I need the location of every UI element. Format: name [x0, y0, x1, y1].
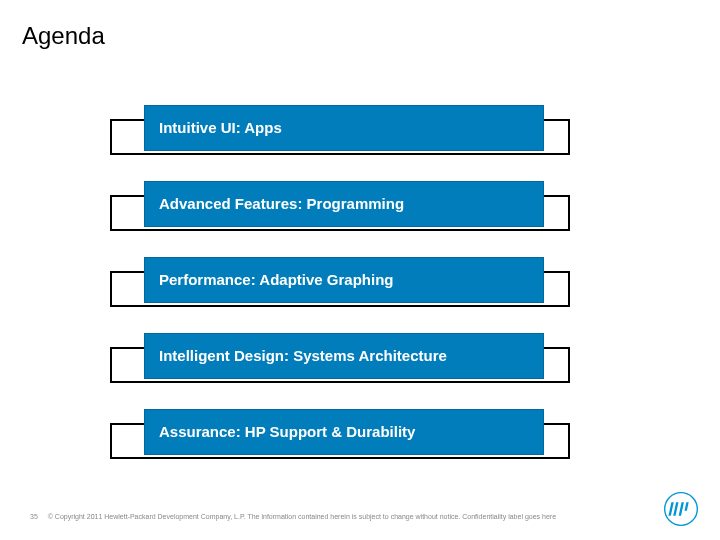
item-box: Performance: Adaptive Graphing	[144, 257, 544, 303]
hp-logo-icon	[664, 492, 698, 526]
page-title: Agenda	[22, 22, 105, 50]
slide: Agenda Intuitive UI: Apps Advanced Featu…	[0, 0, 720, 540]
page-number: 35	[30, 512, 38, 523]
copyright-text: © Copyright 2011 Hewlett-Packard Develop…	[48, 513, 556, 520]
list-item: Assurance: HP Support & Durability	[110, 409, 570, 465]
item-box: Intuitive UI: Apps	[144, 105, 544, 151]
item-label: Intuitive UI: Apps	[159, 119, 282, 136]
item-box: Assurance: HP Support & Durability	[144, 409, 544, 455]
list-item: Intuitive UI: Apps	[110, 105, 570, 161]
item-label: Intelligent Design: Systems Architecture	[159, 347, 447, 364]
svg-rect-1	[668, 502, 673, 516]
list-item: Performance: Adaptive Graphing	[110, 257, 570, 313]
footer: 35 © Copyright 2011 Hewlett-Packard Deve…	[30, 512, 660, 523]
svg-rect-4	[685, 502, 689, 511]
list-item: Intelligent Design: Systems Architecture	[110, 333, 570, 389]
item-label: Performance: Adaptive Graphing	[159, 271, 394, 288]
svg-rect-3	[679, 502, 684, 516]
list-item: Advanced Features: Programming	[110, 181, 570, 237]
item-box: Intelligent Design: Systems Architecture	[144, 333, 544, 379]
item-label: Assurance: HP Support & Durability	[159, 423, 415, 440]
agenda-list: Intuitive UI: Apps Advanced Features: Pr…	[110, 105, 570, 485]
svg-rect-2	[673, 502, 678, 516]
item-label: Advanced Features: Programming	[159, 195, 404, 212]
item-box: Advanced Features: Programming	[144, 181, 544, 227]
